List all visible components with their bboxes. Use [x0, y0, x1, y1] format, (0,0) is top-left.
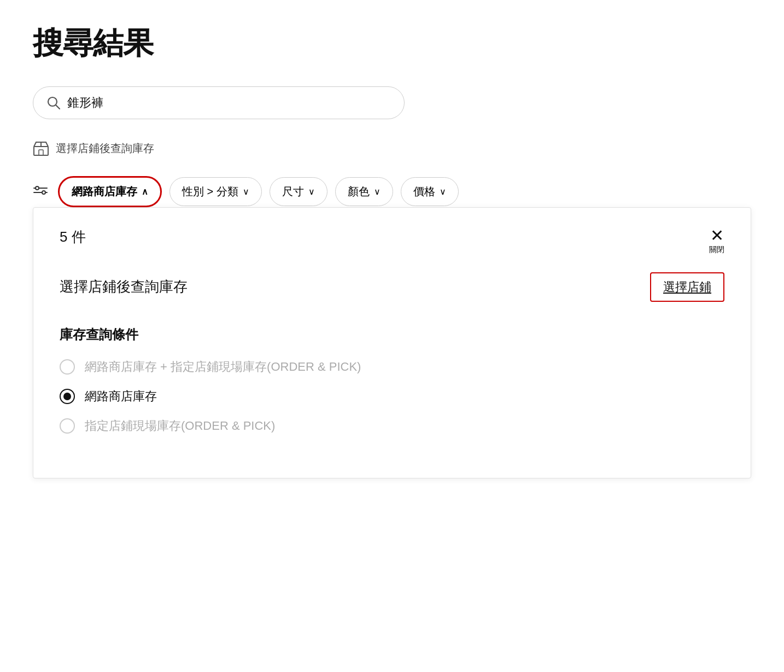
store-inventory-hint-row: 選擇店鋪後查詢庫存: [33, 141, 751, 156]
filter-size-label: 尺寸: [282, 184, 304, 199]
inventory-condition-section: 庫存查詢條件 網路商店庫存 + 指定店鋪現場庫存(ORDER & PICK) 網…: [60, 326, 724, 434]
store-query-row: 選擇店鋪後查詢庫存 選擇店鋪: [60, 272, 724, 302]
filter-online-inventory-label: 網路商店庫存: [72, 184, 137, 199]
store-query-label: 選擇店鋪後查詢庫存: [60, 277, 188, 296]
filter-color-button[interactable]: 顏色 ∨: [335, 177, 393, 206]
inventory-dropdown-panel: 5 件 ✕ 關閉 選擇店鋪後查詢庫存 選擇店鋪 庫存查詢條件 網路商店庫存 + …: [33, 207, 751, 478]
filter-gender-chevron-icon: ∨: [243, 186, 249, 197]
filter-price-button[interactable]: 價格 ∨: [401, 177, 459, 206]
page-title: 搜尋結果: [33, 26, 751, 60]
svg-line-1: [56, 105, 60, 109]
inventory-condition-title: 庫存查詢條件: [60, 326, 724, 343]
filter-online-inventory-button[interactable]: 網路商店庫存 ∧: [58, 176, 162, 207]
filter-price-label: 價格: [413, 184, 435, 199]
filter-online-chevron-icon: ∧: [142, 186, 148, 197]
radio-circle-2: [60, 389, 75, 404]
radio-label-3: 指定店鋪現場庫存(ORDER & PICK): [85, 418, 275, 434]
radio-circle-3: [60, 418, 75, 434]
radio-label-1: 網路商店庫存 + 指定店鋪現場庫存(ORDER & PICK): [85, 359, 361, 375]
select-store-button[interactable]: 選擇店鋪: [650, 272, 724, 302]
svg-point-9: [42, 191, 45, 194]
svg-rect-2: [34, 147, 48, 155]
radio-option-3[interactable]: 指定店鋪現場庫存(ORDER & PICK): [60, 418, 724, 434]
filter-color-chevron-icon: ∨: [374, 186, 381, 197]
filter-size-button[interactable]: 尺寸 ∨: [270, 177, 327, 206]
close-x-icon: ✕: [710, 227, 724, 244]
close-label: 關閉: [709, 245, 724, 255]
dropdown-header: 5 件 ✕ 關閉: [60, 227, 724, 255]
filter-settings-icon: [33, 185, 48, 198]
search-icon: [46, 96, 61, 110]
search-bar: 錐形褲: [33, 86, 405, 119]
filter-size-chevron-icon: ∨: [308, 186, 315, 197]
radio-label-2: 網路商店庫存: [85, 388, 157, 405]
filter-price-chevron-icon: ∨: [440, 186, 446, 197]
radio-option-2[interactable]: 網路商店庫存: [60, 388, 724, 405]
filter-gender-label: 性別 > 分類: [182, 184, 238, 199]
svg-point-8: [36, 186, 39, 190]
filter-color-label: 顏色: [348, 184, 370, 199]
radio-option-1[interactable]: 網路商店庫存 + 指定店鋪現場庫存(ORDER & PICK): [60, 359, 724, 375]
svg-point-0: [48, 97, 57, 106]
item-count: 5 件: [60, 227, 86, 247]
store-icon: [33, 141, 49, 156]
search-value: 錐形褲: [67, 95, 391, 111]
radio-circle-1: [60, 359, 75, 375]
store-inventory-hint-text: 選擇店鋪後查詢庫存: [56, 141, 154, 156]
svg-rect-3: [39, 150, 43, 155]
close-button[interactable]: ✕ 關閉: [709, 227, 724, 255]
filter-bar: 網路商店庫存 ∧ 性別 > 分類 ∨ 尺寸 ∨ 顏色 ∨ 價格 ∨: [33, 176, 751, 207]
filter-gender-category-button[interactable]: 性別 > 分類 ∨: [169, 177, 262, 206]
